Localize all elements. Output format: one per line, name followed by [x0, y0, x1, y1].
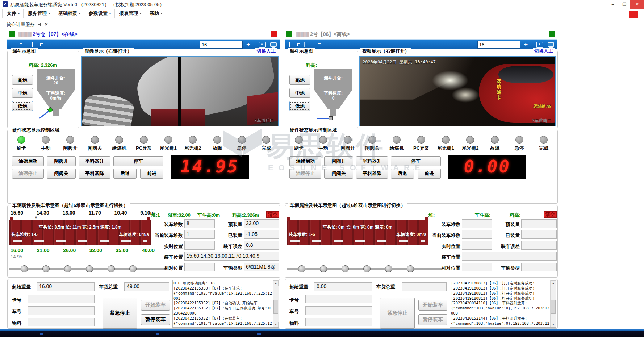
menu-file[interactable]: 文件▾	[2, 9, 23, 18]
start-weight-field[interactable]: 16.00	[37, 282, 95, 291]
material-field[interactable]	[28, 318, 95, 326]
current-stack-field[interactable]	[462, 230, 492, 239]
gross-weight-field[interactable]: 49.00	[124, 282, 169, 291]
slider-knob[interactable]	[42, 265, 50, 272]
menu-report-mgmt[interactable]: 报表管理▾	[114, 9, 145, 18]
maximize-button[interactable]: ❐	[619, 0, 630, 9]
valve-icon[interactable]	[316, 42, 321, 47]
add-button[interactable]: +	[246, 41, 250, 49]
valve-icon[interactable]	[31, 42, 35, 47]
valve-open-button[interactable]: 闸阀开	[47, 156, 76, 166]
minimize-button[interactable]: –	[607, 0, 619, 9]
card-number-field[interactable]	[28, 295, 95, 303]
stop-vehicle-button[interactable]: 停车	[391, 156, 441, 166]
realtime-position-field[interactable]	[462, 241, 492, 250]
clear-button[interactable]: 清空	[266, 211, 279, 218]
pause-loading-button[interactable]: 暂停装车	[141, 314, 170, 325]
preload-field[interactable]	[521, 219, 557, 228]
emergency-stop-button[interactable]: 紧急停止	[380, 298, 415, 329]
slider-knob[interactable]	[320, 265, 327, 272]
high-cannon-button[interactable]: 高炮	[289, 75, 310, 85]
valve-close-button[interactable]: 闸阀关	[324, 168, 353, 179]
pause-loading-button[interactable]: 暂停装车	[418, 314, 447, 325]
menu-parameter-settings[interactable]: 参数设置▾	[84, 9, 114, 18]
slider-knob[interactable]	[108, 265, 115, 272]
preload-field[interactable]: 33.00	[244, 219, 279, 228]
leveler-down-button[interactable]: 平料器降	[79, 168, 110, 179]
realtime-position-field[interactable]	[184, 241, 215, 250]
loaded-field[interactable]: -1.05	[244, 230, 279, 239]
vehicle-number-field[interactable]	[28, 306, 95, 315]
gate-handle[interactable]	[329, 116, 333, 120]
start-loading-button[interactable]: 开始装车	[418, 300, 447, 311]
relative-position-field[interactable]	[462, 263, 492, 271]
stack-count-field[interactable]	[462, 219, 492, 228]
switch-manual-link[interactable]: 切换人工	[533, 48, 555, 54]
slider-knob[interactable]	[385, 265, 392, 272]
load-error-field[interactable]: 0.8	[244, 241, 279, 250]
pump-start-button[interactable]: 油磅启动	[12, 156, 44, 166]
slider-knob[interactable]	[407, 265, 414, 272]
relative-position-field[interactable]	[184, 263, 215, 271]
truck-schematic[interactable]: 车头长: 0m 长: 0m 宽: 0m 深度: 0m 装车堆数: 1-6 车辆速…	[287, 220, 428, 245]
slider-knob[interactable]	[21, 265, 28, 272]
clear-button[interactable]: 清空	[544, 211, 557, 218]
vehicle-type-field[interactable]	[521, 263, 557, 271]
log-text[interactable]: [20230419180813]【06】:打开定时服务成功! [20230419…	[451, 281, 550, 327]
stop-vehicle-button[interactable]: 停车	[113, 156, 163, 166]
loaded-field[interactable]	[521, 230, 557, 239]
monitor-icon[interactable]	[548, 42, 554, 47]
pump-start-button[interactable]: 油磅启动	[289, 156, 321, 166]
video-feed[interactable]: 远航通卡 远航版-N9 2023年04月22日 星期六 13:40:47 2车道…	[359, 56, 556, 126]
valve-open-button[interactable]: 闸阀开	[324, 156, 353, 166]
log-scrollbar[interactable]: ▲ ▼	[273, 280, 279, 327]
slider-knob[interactable]	[86, 265, 93, 272]
slider-knob[interactable]	[298, 265, 305, 272]
leveler-up-button[interactable]: 平料器升	[356, 156, 388, 166]
slider-knob[interactable]	[363, 265, 371, 272]
valve-icon[interactable]	[308, 42, 313, 47]
log-scrollbar[interactable]: ▲ ▼	[550, 280, 556, 327]
valve-icon[interactable]	[18, 42, 22, 47]
close-tab-icon[interactable]: ✕	[45, 22, 48, 27]
scroll-down-icon[interactable]: ▼	[551, 322, 556, 327]
back-button[interactable]: 后退	[391, 168, 414, 179]
pump-stop-button[interactable]: 油磅停止	[12, 168, 44, 179]
slider-knob[interactable]	[342, 265, 349, 272]
start-weight-field[interactable]: 0.00	[314, 282, 372, 291]
vehicle-number-field[interactable]	[305, 306, 372, 315]
add-button[interactable]: +	[524, 41, 528, 49]
low-cannon-button[interactable]: 低炮	[12, 101, 33, 111]
leveler-down-button[interactable]: 平料器降	[356, 168, 388, 179]
pin-icon[interactable]	[38, 22, 42, 26]
log-text[interactable]: 0.6 每次移动距离: 18 [20230422135350]【07】:装车请求…	[173, 281, 272, 327]
slider-knob[interactable]	[129, 265, 137, 272]
pump-stop-button[interactable]: 油磅停止	[289, 168, 321, 179]
load-position-field[interactable]	[462, 252, 557, 261]
truck-schematic[interactable]: 车头长: 3.5m 长: 11m 宽: 2.5m 深度: 1.8m 装车堆数: …	[9, 220, 151, 245]
start-loading-button[interactable]: 开始装车	[141, 300, 170, 311]
leveler-up-button[interactable]: 平料器升	[79, 156, 110, 166]
stack-count-field[interactable]: 8	[184, 219, 215, 228]
forward-button[interactable]: 前进	[140, 168, 163, 179]
scroll-up-icon[interactable]: ▲	[273, 280, 279, 286]
valve-icon[interactable]	[288, 42, 292, 47]
scroll-thumb[interactable]	[551, 300, 556, 314]
forward-button[interactable]: 前进	[418, 168, 441, 179]
scroll-down-icon[interactable]: ▼	[273, 322, 279, 327]
valve-close-button[interactable]: 闸阀关	[47, 168, 76, 179]
low-cannon-button[interactable]: 低炮	[289, 101, 310, 111]
back-button[interactable]: 后退	[113, 168, 137, 179]
material-field[interactable]	[305, 318, 372, 326]
load-position-field[interactable]: 15.60,14.30,13.00,11.70,10.40,9	[184, 252, 279, 261]
mid-cannon-button[interactable]: 中炮	[12, 88, 33, 98]
slider-knob[interactable]	[64, 265, 71, 272]
valve-icon[interactable]	[10, 42, 14, 47]
gross-weight-field[interactable]	[402, 282, 447, 291]
load-error-field[interactable]	[521, 241, 557, 250]
vehicle-type-field[interactable]: 6轴11M1.8深	[244, 263, 279, 271]
count-input[interactable]	[477, 41, 520, 49]
valve-icon[interactable]	[296, 42, 300, 47]
video-feed[interactable]: 3车道后口	[81, 56, 279, 126]
count-input[interactable]	[200, 41, 243, 49]
